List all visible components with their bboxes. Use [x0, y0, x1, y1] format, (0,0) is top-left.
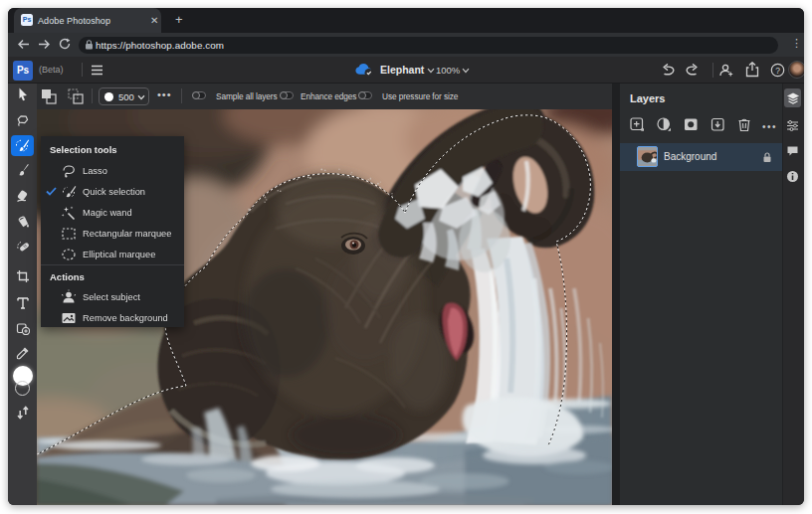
svg-text:?: ?: [775, 66, 780, 76]
